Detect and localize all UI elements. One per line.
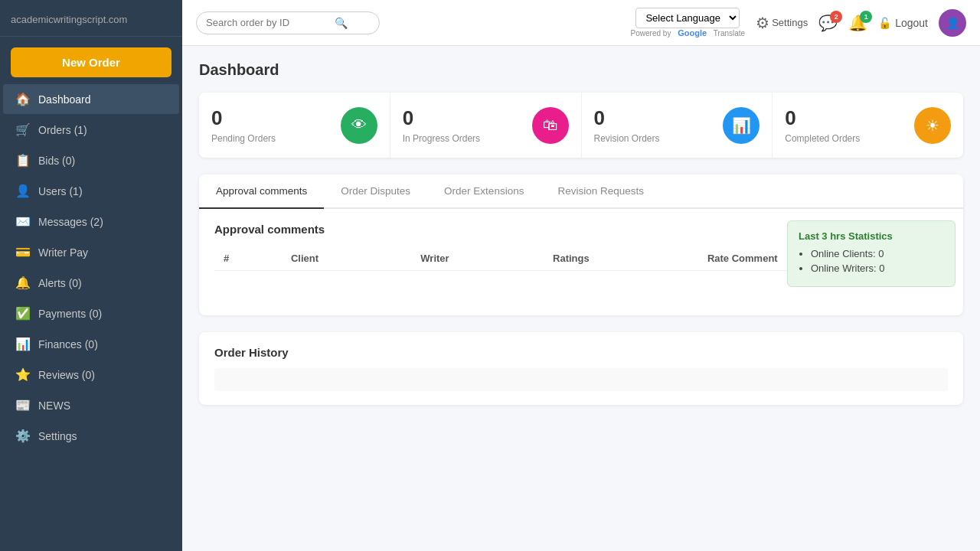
notifications-button[interactable]: 🔔 1 (848, 14, 867, 32)
stat-number-2: 0 (594, 106, 660, 130)
stat-label-2: Revision Orders (594, 133, 660, 144)
stat-info-3: 0 Completed Orders (785, 106, 860, 144)
stat-number-0: 0 (211, 106, 276, 130)
tab-extensions[interactable]: Order Extensions (427, 174, 541, 209)
tab-revision[interactable]: Revision Requests (541, 174, 661, 209)
sidebar-item-finances[interactable]: 📊 Finances (0) (3, 329, 179, 359)
nav-icon-settings: ⚙️ (15, 429, 31, 443)
stat-card-1: 0 In Progress Orders 🛍 (390, 93, 582, 158)
search-input[interactable] (206, 17, 328, 28)
tab-disputes[interactable]: Order Disputes (324, 174, 427, 209)
sidebar-item-bids[interactable]: 📋 Bids (0) (3, 145, 179, 175)
tab-approval[interactable]: Approval comments (199, 174, 324, 209)
sidebar-item-dashboard[interactable]: 🏠 Dashboard (3, 84, 179, 114)
stat-icon-3: ☀ (914, 107, 951, 144)
order-history-placeholder (214, 368, 948, 391)
stat-info-1: 0 In Progress Orders (403, 106, 480, 144)
sidebar-item-payments[interactable]: ✅ Payments (0) (3, 298, 179, 328)
nav-icon-writer-pay: 💳 (15, 245, 31, 259)
nav-icon-bids: 📋 (15, 153, 31, 168)
page-content: Dashboard 0 Pending Orders 👁 0 In Progre… (182, 46, 980, 551)
nav-icon-reviews: ⭐ (15, 367, 31, 382)
stat-info-2: 0 Revision Orders (594, 106, 660, 144)
stat-label-1: In Progress Orders (403, 133, 480, 144)
tabs-section: Approval commentsOrder DisputesOrder Ext… (199, 174, 963, 315)
nav-label-orders: Orders (1) (38, 124, 87, 136)
stat-card-2: 0 Revision Orders 📊 (582, 93, 773, 158)
settings-button[interactable]: ⚙ Settings (756, 14, 808, 32)
sidebar-nav: 🏠 Dashboard🛒 Orders (1)📋 Bids (0)👤 Users… (0, 83, 182, 452)
col-writer: Writer (411, 246, 544, 271)
sidebar-item-users[interactable]: 👤 Users (1) (3, 176, 179, 206)
new-order-button[interactable]: New Order (11, 47, 172, 77)
tabs-nav: Approval commentsOrder DisputesOrder Ext… (199, 174, 963, 209)
nav-icon-dashboard: 🏠 (15, 92, 31, 106)
language-selector-wrap: Select Language Powered by Google Transl… (631, 8, 746, 37)
order-history-section: Order History (199, 332, 963, 405)
stat-card-3: 0 Completed Orders ☀ (773, 93, 963, 158)
sidebar-logo: academicwritingscript.com (0, 0, 182, 37)
last3hrs-title: Last 3 hrs Statistics (799, 230, 944, 242)
nav-icon-alerts: 🔔 (15, 276, 31, 290)
col-client: Client (282, 246, 411, 271)
nav-label-alerts: Alerts (0) (38, 277, 82, 289)
order-history-title: Order History (214, 346, 948, 359)
sidebar-item-reviews[interactable]: ⭐ Reviews (0) (3, 360, 179, 390)
avatar: 👤 (939, 9, 966, 37)
search-icon: 🔍 (335, 17, 348, 29)
notifications-badge: 1 (860, 11, 872, 23)
online-writers: Online Writers: 0 (811, 262, 944, 274)
nav-icon-payments: ✅ (15, 306, 31, 321)
sidebar-item-news[interactable]: 📰 NEWS (3, 390, 179, 420)
sidebar-item-messages[interactable]: ✉️ Messages (2) (3, 207, 179, 236)
language-select[interactable]: Select Language (635, 8, 740, 28)
stat-number-1: 0 (403, 106, 480, 130)
messages-button[interactable]: 💬 2 (818, 14, 838, 32)
nav-label-messages: Messages (2) (38, 216, 103, 228)
header: 🔍 Select Language Powered by Google Tran… (182, 0, 980, 46)
messages-badge: 2 (830, 11, 842, 23)
nav-label-writer-pay: Writer Pay (38, 246, 88, 259)
stat-label-0: Pending Orders (211, 133, 276, 144)
last3hrs-panel: Last 3 hrs Statistics Online Clients: 0 … (787, 220, 956, 287)
nav-label-users: Users (1) (38, 185, 83, 197)
nav-label-bids: Bids (0) (38, 155, 75, 167)
online-clients: Online Clients: 0 (811, 248, 944, 259)
sidebar: academicwritingscript.com New Order 🏠 Da… (0, 0, 182, 551)
settings-label: Settings (772, 17, 808, 28)
page-title: Dashboard (199, 61, 963, 79)
stat-card-0: 0 Pending Orders 👁 (199, 93, 390, 158)
google-label: Google (678, 28, 707, 37)
nav-icon-news: 📰 (15, 398, 31, 412)
settings-icon: ⚙ (756, 14, 769, 32)
stat-number-3: 0 (785, 106, 860, 130)
sidebar-item-settings[interactable]: ⚙️ Settings (3, 421, 179, 451)
stats-row: 0 Pending Orders 👁 0 In Progress Orders … (199, 93, 963, 158)
logout-button[interactable]: 🔓 Logout (878, 17, 928, 29)
nav-label-reviews: Reviews (0) (38, 369, 95, 381)
stat-info-0: 0 Pending Orders (211, 106, 276, 144)
header-right: Select Language Powered by Google Transl… (631, 8, 966, 37)
stat-label-3: Completed Orders (785, 133, 860, 144)
nav-label-payments: Payments (0) (38, 308, 102, 320)
logout-icon: 🔓 (878, 17, 891, 29)
main-area: 🔍 Select Language Powered by Google Tran… (182, 0, 980, 551)
sidebar-item-orders[interactable]: 🛒 Orders (1) (3, 115, 179, 145)
stat-icon-1: 🛍 (532, 107, 569, 144)
nav-label-dashboard: Dashboard (38, 93, 91, 106)
stat-icon-0: 👁 (341, 107, 377, 144)
nav-icon-finances: 📊 (15, 337, 31, 351)
search-box: 🔍 (196, 11, 380, 34)
col-ratings: Ratings (544, 246, 698, 271)
nav-label-news: NEWS (38, 399, 70, 412)
nav-label-finances: Finances (0) (38, 338, 98, 350)
nav-icon-users: 👤 (15, 184, 31, 198)
nav-icon-messages: ✉️ (15, 214, 31, 229)
powered-by: Powered by Google Translate (631, 28, 746, 37)
stat-icon-2: 📊 (723, 107, 760, 144)
sidebar-item-alerts[interactable]: 🔔 Alerts (0) (3, 268, 179, 298)
nav-label-settings: Settings (38, 430, 77, 442)
nav-icon-orders: 🛒 (15, 122, 31, 137)
sidebar-item-writer-pay[interactable]: 💳 Writer Pay (3, 237, 179, 267)
col-#: # (214, 246, 282, 271)
